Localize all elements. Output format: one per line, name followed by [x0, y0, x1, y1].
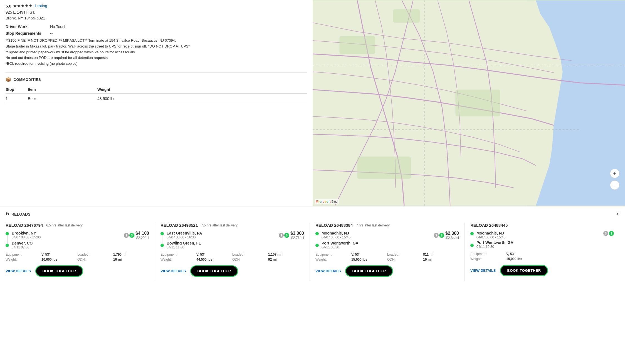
currency-icons: $ $ [279, 233, 289, 238]
route-container: Moonachie, NJ 04/07 08:00 - 15:45 $ $ Po… [470, 231, 614, 249]
odh-label: ODH: [232, 258, 268, 261]
dest-dot [160, 244, 164, 247]
address-block: 925 E 149TH ST, Bronx, NY 10455-5021 [6, 9, 307, 21]
route-price: $2,300 [445, 231, 459, 236]
ci-grey: $ [434, 233, 439, 238]
ci-grey: $ [603, 231, 608, 236]
currency-icons: $ $ [603, 231, 614, 236]
equipment-label: Equipment: [315, 253, 351, 256]
reload-header: RELOAD 26488384 7 hrs after last deliver… [315, 223, 459, 228]
route-dest-row: Bowling Green, FL 04/11 11:00 [167, 241, 304, 249]
ci-green: $ [439, 233, 444, 238]
map-svg [313, 0, 625, 206]
col-header-weight: Weight [97, 86, 307, 94]
commodity-weight: 43,500 lbs [97, 93, 307, 104]
loaded-value: 1,790 mi [113, 253, 149, 256]
svg-rect-3 [393, 9, 419, 23]
route-vertical-line [472, 235, 472, 244]
map-panel: + − Microsoft Bing [313, 0, 625, 206]
weight-label: Weight: [315, 258, 351, 261]
card-actions: VIEW DETAILS BOOK TOGETHER [470, 265, 614, 276]
note-line3: *Signed and printed paperwork must be dr… [6, 49, 307, 55]
zoom-in-icon: + [613, 170, 617, 176]
reload-id: RELOAD 26488445 [470, 223, 508, 228]
book-together-button[interactable]: BOOK TOGETHER [500, 265, 548, 276]
reloads-header: ↻ RELOADS < [6, 211, 619, 217]
book-together-button[interactable]: BOOK TOGETHER [35, 265, 83, 277]
route-line [6, 231, 9, 249]
commodities-title-text: COMMODITIES [14, 78, 41, 82]
rating-link[interactable]: 1 rating [34, 4, 47, 8]
card-actions: VIEW DETAILS BOOK TOGETHER [160, 265, 304, 277]
route-rate: $2.29/mi [135, 236, 149, 240]
origin-city: Moonachie, NJ [322, 231, 350, 235]
equipment-row: Equipment: V, 53' Loaded: 1,790 mi Weigh… [6, 253, 149, 261]
equipment-value: V, 53' [506, 252, 542, 256]
route-vertical-line [162, 235, 162, 244]
origin-date: 04/07 08:00 - 15:00 [12, 235, 41, 239]
rating-row: 5.0 ★★★★★ 1 rating [6, 3, 307, 8]
route-origin-row: Moonachie, NJ 04/07 08:00 - 15:45 $ $ $2… [322, 231, 459, 240]
dest-dot [315, 244, 319, 247]
col-header-stop: Stop [6, 86, 28, 94]
route-price: $4,100 [135, 231, 149, 236]
dest-date: 04/11 08:30 [322, 245, 359, 249]
route-details: East Greenville, PA 04/07 08:00 - 16:30 … [167, 231, 304, 249]
odh-value: 10 mi [113, 258, 149, 261]
route-details: Moonachie, NJ 04/07 08:00 - 15:45 $ $ $2… [322, 231, 459, 249]
equipment-row: Equipment: V, 53' Loaded: 1,107 mi Weigh… [160, 253, 304, 261]
route-rate: $2.71/mi [290, 236, 304, 240]
route-vertical-line [7, 235, 8, 244]
view-details-button[interactable]: VIEW DETAILS [315, 269, 341, 273]
reload-header: RELOAD 26488445 [470, 223, 614, 228]
route-rate: $2.84/mi [445, 236, 459, 240]
dest-city: Port Wentworth, GA [476, 240, 513, 245]
view-details-button[interactable]: VIEW DETAILS [6, 269, 31, 273]
zoom-out-icon: − [613, 182, 617, 188]
address-street: 925 E 149TH ST, [6, 9, 307, 15]
origin-dot [160, 232, 164, 235]
route-line [160, 231, 164, 249]
equipment-row: Equipment: V, 53' Weight: 15,000 lbs [470, 252, 614, 261]
route-dest-row: Port Wentworth, GA 04/11 10:30 [476, 240, 614, 249]
route-vertical-line [317, 235, 317, 244]
equipment-row: Equipment: V, 53' Loaded: 811 mi Weight:… [315, 253, 459, 261]
ci-green: $ [129, 233, 134, 238]
col-header-item: Item [28, 86, 97, 94]
route-line [470, 231, 474, 249]
driver-work-value: No Touch [50, 24, 66, 29]
origin-city: East Greenville, PA [167, 231, 202, 235]
commodity-stop: 1 [6, 93, 28, 104]
reload-card: RELOAD 26498521 7.5 hrs after last deliv… [160, 223, 310, 281]
reloads-collapse-button[interactable]: < [616, 211, 619, 217]
reload-id: RELOAD 26488384 [315, 223, 353, 228]
view-details-button[interactable]: VIEW DETAILS [160, 269, 186, 273]
weight-value: 15,000 lbs [506, 257, 542, 261]
dest-city: Port Wentworth, GA [322, 241, 359, 245]
book-together-button[interactable]: BOOK TOGETHER [345, 265, 393, 277]
reloads-section: ↻ RELOADS < RELOAD 26476794 6.5 hrs afte… [0, 206, 625, 286]
equipment-value: V, 53' [196, 253, 232, 256]
reload-header: RELOAD 26498521 7.5 hrs after last deliv… [160, 223, 304, 228]
note-line5: *BOL required for invoicing (no photo co… [6, 61, 307, 67]
reload-card: RELOAD 26488384 7 hrs after last deliver… [315, 223, 465, 281]
route-origin-row: East Greenville, PA 04/07 08:00 - 16:30 … [167, 231, 304, 240]
svg-rect-4 [455, 89, 500, 116]
book-together-button[interactable]: BOOK TOGETHER [190, 265, 238, 277]
reloads-title-text: RELOADS [11, 212, 30, 216]
ci-grey: $ [279, 233, 284, 238]
route-origin-row: Brooklyn, NY 04/07 08:00 - 15:00 $ $ $4,… [12, 231, 149, 240]
weight-label: Weight: [6, 258, 41, 261]
origin-city: Moonachie, NJ [476, 231, 505, 235]
reloads-grid: RELOAD 26476794 6.5 hrs after last deliv… [6, 223, 619, 281]
origin-dot [315, 232, 319, 235]
dest-date: 04/11 07:00 [12, 245, 33, 249]
origin-date: 04/07 08:00 - 15:45 [322, 235, 350, 239]
origin-city: Brooklyn, NY [12, 231, 41, 235]
weight-value: 15,000 lbs [351, 258, 387, 261]
reload-card: RELOAD 26476794 6.5 hrs after last deliv… [6, 223, 155, 281]
note-line4: *In and out times on POD are required fo… [6, 55, 307, 61]
currency-icons: $ $ [434, 233, 444, 238]
view-details-button[interactable]: VIEW DETAILS [470, 268, 496, 273]
svg-rect-5 [357, 156, 411, 179]
